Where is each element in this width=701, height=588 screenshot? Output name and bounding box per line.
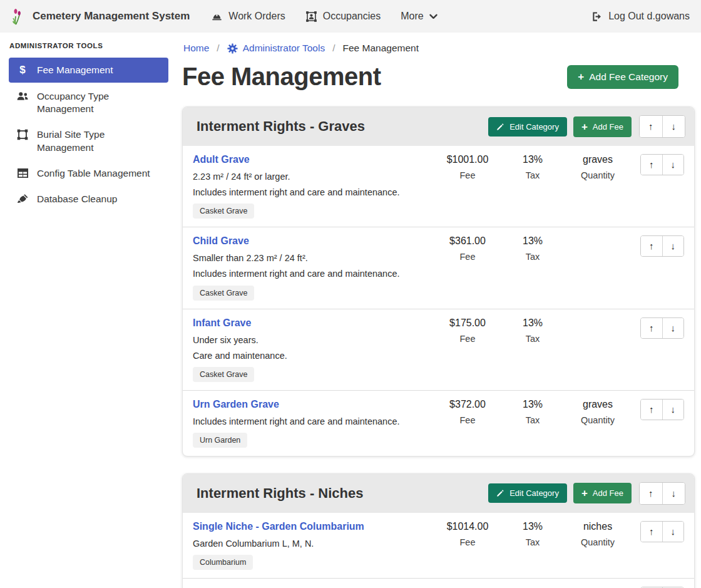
nav-more-label: More [401, 11, 423, 22]
move-category-down-button[interactable]: ↓ [662, 116, 685, 137]
fee-name-link[interactable]: Child Grave [193, 235, 249, 247]
edit-category-button[interactable]: Edit Category [488, 483, 567, 503]
fee-amount-value: $1001.00 [435, 154, 500, 165]
fee-amount-column: $175.00 Fee [435, 317, 500, 344]
quantity-column: niches Quantity [565, 521, 630, 547]
tax-column: 13% Tax [500, 235, 565, 262]
fee-amount-value: $175.00 [435, 317, 500, 329]
breadcrumb-admin-tools-link[interactable]: Administrator Tools [227, 43, 325, 54]
move-fee-down-button[interactable]: ↓ [662, 236, 684, 256]
fee-amount-column: $372.00 Fee [435, 399, 500, 425]
quantity-column: graves Quantity [565, 154, 630, 180]
move-fee-down-button[interactable]: ↓ [662, 522, 684, 542]
plus-icon: + [578, 71, 584, 82]
sidebar-item-config-table-management[interactable]: Config Table Management [9, 162, 168, 185]
move-fee-down-button[interactable]: ↓ [662, 155, 684, 175]
nav-work-orders[interactable]: Work Orders [211, 11, 285, 23]
fee-amount-column: $361.00 Fee [435, 235, 500, 262]
breadcrumb-separator: / [209, 43, 227, 54]
edit-category-button[interactable]: Edit Category [488, 117, 567, 137]
tax-label: Tax [500, 252, 565, 262]
category-title: Interment Rights - Graves [197, 118, 488, 135]
fee-tag-badge: Urn Garden [193, 433, 247, 448]
users-icon [16, 91, 29, 101]
quantity-unit-value: graves [565, 399, 630, 410]
hard-hat-icon [211, 11, 223, 23]
nav-work-orders-label: Work Orders [228, 11, 285, 22]
main-content: Home / [177, 33, 701, 588]
fee-description: Under six years. [193, 334, 431, 346]
tax-label: Tax [500, 537, 565, 547]
category-reorder-buttons: ↑ ↓ [639, 115, 685, 138]
plus-icon: + [581, 488, 588, 498]
gear-icon [227, 43, 238, 54]
move-fee-up-button[interactable]: ↑ [641, 400, 662, 420]
fee-description: Care and maintenance. [193, 350, 431, 361]
sidebar-item-database-cleanup[interactable]: Database Cleanup [9, 187, 168, 211]
fee-tag-badge: Columbarium [193, 555, 253, 570]
fee-amount-label: Fee [435, 415, 500, 425]
app-title: Cemetery Management System [33, 10, 190, 23]
tax-label: Tax [500, 415, 565, 425]
add-fee-button[interactable]: + Add Fee [573, 483, 632, 503]
tax-label: Tax [500, 170, 565, 180]
tax-label: Tax [500, 334, 565, 344]
fee-category-card-niches: Interment Rights - Niches Edit Category … [182, 473, 695, 588]
page-title: Fee Management [182, 63, 381, 91]
fee-row-adult-grave: Adult Grave 2.23 m² / 24 ft² or larger. … [183, 146, 694, 227]
move-fee-up-button[interactable]: ↑ [641, 236, 662, 256]
sidebar-section-title: ADMINISTRATOR TOOLS [9, 42, 168, 49]
fee-row-single-niche: Single Niche - Garden Columbarium Garden… [183, 513, 694, 579]
move-fee-up-button[interactable]: ↑ [641, 155, 662, 175]
sidebar-item-label: Fee Management [37, 64, 113, 76]
add-fee-category-button[interactable]: + Add Fee Category [567, 65, 678, 89]
sidebar-item-fee-management[interactable]: $ Fee Management [9, 58, 168, 83]
sidebar-item-occupancy-type-management[interactable]: Occupancy Type Management [9, 85, 168, 121]
move-fee-up-button[interactable]: ↑ [641, 318, 662, 338]
fee-description: Includes interment right and care and ma… [193, 187, 431, 198]
fee-name-link[interactable]: Adult Grave [193, 154, 250, 165]
nav-logout[interactable]: Log Out d.gowans [591, 11, 690, 23]
sidebar-item-label: Occupancy Type Management [37, 90, 161, 115]
sidebar-item-burial-site-type-management[interactable]: Burial Site Type Management [9, 123, 168, 159]
tax-value: 13% [500, 521, 565, 532]
chevron-down-icon [429, 14, 437, 19]
fee-reorder-buttons: ↑ ↓ [640, 399, 684, 420]
fee-name-link[interactable]: Urn Garden Grave [193, 399, 279, 410]
dollar-icon: $ [16, 64, 29, 75]
move-fee-down-button[interactable]: ↓ [662, 400, 684, 420]
move-category-down-button[interactable]: ↓ [662, 483, 685, 504]
fee-amount-column: $1014.00 Fee [435, 521, 500, 547]
sidebar: ADMINISTRATOR TOOLS $ Fee Management Occ… [0, 33, 177, 588]
add-fee-button[interactable]: + Add Fee [573, 116, 632, 137]
fee-description: 2.23 m² / 24 ft² or larger. [193, 171, 431, 182]
breadcrumb-home-link[interactable]: Home [183, 43, 209, 54]
app-brand: Cemetery Management System [11, 8, 190, 25]
sidebar-item-label: Config Table Management [37, 167, 150, 180]
sidebar-item-label: Burial Site Type Management [37, 128, 161, 153]
quantity-column: graves Quantity [565, 399, 630, 425]
move-category-up-button[interactable]: ↑ [640, 116, 662, 137]
plus-icon: + [581, 121, 588, 132]
occupancy-frame-icon [305, 11, 317, 23]
quantity-unit-value: niches [565, 521, 630, 532]
quantity-unit-value: graves [565, 154, 630, 165]
logout-icon [591, 11, 603, 23]
move-fee-up-button[interactable]: ↑ [641, 522, 662, 542]
tulip-logo-icon [11, 8, 26, 25]
fee-reorder-buttons: ↑ ↓ [640, 317, 684, 339]
fee-description: Includes interment right and care and ma… [193, 268, 431, 279]
fee-amount-label: Fee [435, 170, 500, 180]
fee-description: Garden Columbarium L, M, N. [193, 538, 431, 549]
fee-name-link[interactable]: Single Niche - Garden Columbarium [193, 521, 364, 532]
nav-more-menu[interactable]: More [401, 11, 437, 22]
nav-occupancies[interactable]: Occupancies [305, 11, 381, 23]
quantity-label: Quantity [565, 537, 630, 547]
tax-column: 13% Tax [500, 154, 565, 180]
move-fee-down-button[interactable]: ↓ [662, 318, 684, 338]
fee-name-link[interactable]: Infant Grave [193, 317, 251, 329]
fee-description: Includes interment right and care and ma… [193, 416, 431, 427]
move-category-up-button[interactable]: ↑ [640, 483, 662, 504]
fee-tag-badge: Casket Grave [193, 286, 254, 301]
pencil-icon [496, 123, 504, 131]
